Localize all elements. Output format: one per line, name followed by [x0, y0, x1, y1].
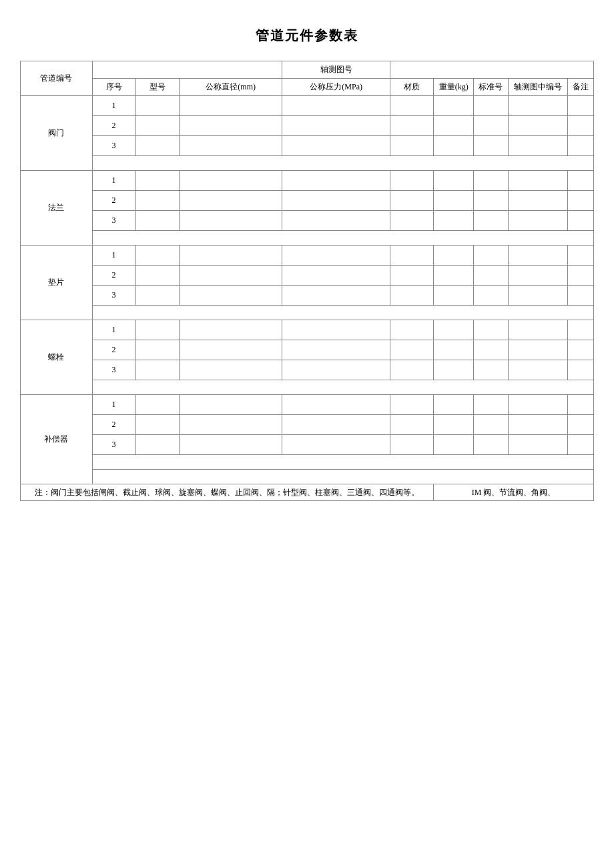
table-row: 阀门 1 [21, 95, 594, 115]
note-text-left: 注：阀门主要包括闸阀、截止阀、球阀、旋塞阀、蝶阀、止回阀、隔；针型阀、柱塞阀、三… [21, 484, 434, 501]
table-row: 补偿器 1 [21, 394, 594, 414]
seq-ls-3: 3 [92, 360, 135, 380]
section-spacer [21, 230, 594, 245]
remarks-col-header: 备注 [568, 78, 594, 95]
model-col-header: 型号 [135, 78, 179, 95]
seq-2: 2 [92, 115, 135, 135]
seq-falan-1: 1 [92, 170, 135, 190]
header-row-2: 序号 型号 公称直径(mm) 公称压力(MPa) 材质 重量(kg) 标准号 轴… [21, 78, 594, 95]
table-row: 2 [21, 115, 594, 135]
table-row: 2 [21, 414, 594, 434]
main-table: 管道编号 轴测图号 序号 型号 公称直径(mm) 公称压力(MPa) 材质 重量… [20, 61, 594, 501]
page-title: 管道元件参数表 [20, 27, 594, 45]
seq-ls-2: 2 [92, 340, 135, 360]
section-spacer [21, 454, 594, 469]
axcode-famen-1 [508, 95, 567, 115]
seq-col-header: 序号 [92, 78, 135, 95]
table-row: 3 [21, 135, 594, 155]
section-spacer [21, 155, 594, 170]
table-row: 2 [21, 190, 594, 210]
standard-col-header: 标准号 [474, 78, 509, 95]
table-row: 3 [21, 434, 594, 454]
remarks-famen-1 [568, 95, 594, 115]
table-row: 3 [21, 210, 594, 230]
nominal-pressure-col-header: 公称压力(MPa) [282, 78, 390, 95]
table-row: 法兰 1 [21, 170, 594, 190]
seq-ls-1: 1 [92, 320, 135, 340]
pressure-famen-1 [282, 95, 390, 115]
category-luoshuan: 螺栓 [21, 320, 93, 394]
material-famen-1 [390, 95, 433, 115]
material-col-header: 材质 [390, 78, 433, 95]
diameter-famen-1 [179, 95, 282, 115]
seq-dp-3: 3 [92, 285, 135, 305]
note-row: 注：阀门主要包括闸阀、截止阀、球阀、旋塞阀、蝶阀、止回阀、隔；针型阀、柱塞阀、三… [21, 484, 594, 501]
note-text-right: IM 阀、节流阀、角阀、 [434, 484, 594, 501]
category-buchangqi: 补偿器 [21, 394, 93, 484]
standard-famen-1 [474, 95, 509, 115]
axonometric-code-col-header: 轴测图中编号 [508, 78, 567, 95]
seq-dp-1: 1 [92, 245, 135, 265]
seq-bcq-2: 2 [92, 414, 135, 434]
seq-1: 1 [92, 95, 135, 115]
category-dianpian: 垫片 [21, 245, 93, 320]
table-row: 3 [21, 360, 594, 380]
pipeline-number-label: 管道编号 [21, 61, 93, 96]
weight-famen-1 [434, 95, 474, 115]
axonometric-drawing-label: 轴测图号 [282, 61, 390, 79]
axonometric-drawing-value [390, 61, 593, 79]
table-row: 2 [21, 340, 594, 360]
table-row: 螺栓 1 [21, 320, 594, 340]
model-famen-1 [135, 95, 179, 115]
table-row: 3 [21, 285, 594, 305]
section-spacer [21, 380, 594, 394]
section-spacer [21, 305, 594, 320]
weight-col-header: 重量(kg) [434, 78, 474, 95]
seq-3: 3 [92, 135, 135, 155]
table-row: 2 [21, 265, 594, 285]
seq-bcq-1: 1 [92, 394, 135, 414]
nominal-diameter-col-header: 公称直径(mm) [179, 78, 282, 95]
header-row-1: 管道编号 轴测图号 [21, 61, 594, 79]
category-falan: 法兰 [21, 170, 93, 245]
category-famen: 阀门 [21, 95, 93, 170]
seq-dp-2: 2 [92, 265, 135, 285]
table-row: 垫片 1 [21, 245, 594, 265]
section-spacer [21, 469, 594, 484]
seq-falan-3: 3 [92, 210, 135, 230]
seq-falan-2: 2 [92, 190, 135, 210]
seq-bcq-3: 3 [92, 434, 135, 454]
pipeline-number-value [92, 61, 282, 79]
